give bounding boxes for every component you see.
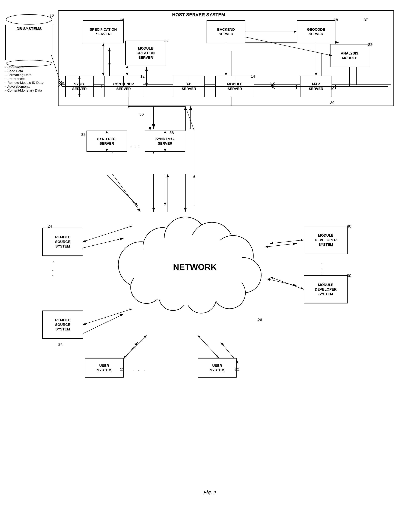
svg-line-96 bbox=[270, 240, 304, 243]
network-cloud: NETWORK bbox=[109, 194, 268, 318]
db-ref: 20 bbox=[49, 13, 54, 18]
db-item-1: - Containers bbox=[5, 65, 43, 69]
map-server-box: MAPSERVER bbox=[300, 76, 332, 97]
db-cylinder: DB SYSTEMS - Containers - Spec Data - Fo… bbox=[5, 14, 53, 67]
network-ref: 26 bbox=[258, 318, 262, 322]
svg-text:NETWORK: NETWORK bbox=[173, 262, 217, 272]
db-top-ellipse bbox=[5, 14, 53, 25]
svg-line-11 bbox=[270, 83, 275, 87]
module-server-box: MODULESERVER bbox=[215, 76, 254, 97]
figure-label: Fig. 1 bbox=[0, 489, 420, 495]
remote-source-2-ref: 24 bbox=[58, 342, 62, 347]
db-item-4: - Preferences bbox=[5, 77, 43, 81]
synd-rec-1-ref: 38 bbox=[81, 132, 85, 137]
module-dev-2-box: MODULEDEVELOPERSYSTEM bbox=[304, 275, 348, 303]
db-item-2: - Spec Data bbox=[5, 69, 43, 73]
dots-remote-1c: . bbox=[52, 272, 54, 277]
db-label: DB SYSTEMS bbox=[6, 25, 53, 31]
dots-remote-1: . bbox=[52, 261, 58, 264]
dots-module-dev: . bbox=[321, 259, 323, 265]
remote-source-1-box: REMOTESOURCESYSTEM bbox=[42, 228, 83, 256]
svg-line-99 bbox=[198, 335, 219, 358]
container-server-box: CONTAINERSERVER bbox=[104, 76, 143, 97]
host-server-title: HOST SERVER SYSTEM bbox=[124, 12, 274, 17]
db-item-3: - Formatting Data bbox=[5, 73, 43, 77]
module-dev-1-ref: 30 bbox=[347, 224, 351, 229]
synd-server-box: SYND.SERVER bbox=[65, 76, 94, 97]
svg-line-98 bbox=[124, 335, 147, 358]
network-cloud-svg: NETWORK bbox=[109, 194, 268, 318]
specification-server-box: SPECIFICATIONSERVER bbox=[83, 20, 124, 43]
dots-synd-rec: . . . bbox=[131, 143, 141, 148]
db-item-6: - Advertisements bbox=[5, 85, 43, 89]
backend-server-box: BACKENDSERVER bbox=[207, 20, 245, 43]
svg-line-37 bbox=[267, 279, 297, 286]
ad-server-box: ADSERVER bbox=[173, 76, 205, 97]
dots-module-dev2: . bbox=[321, 265, 323, 270]
geocode-server-box: GEOCODESERVER bbox=[297, 20, 335, 43]
synd-rec-2-ref: 38 bbox=[169, 131, 174, 135]
geocode-ref2: 37 bbox=[364, 18, 368, 22]
container-ref: 12 bbox=[140, 74, 145, 79]
diagram: HOST SERVER SYSTEM DB SYSTEMS - Containe… bbox=[0, 0, 420, 506]
dots-module-dev3: . bbox=[321, 270, 323, 275]
module-creation-ref: 32 bbox=[164, 39, 169, 43]
analysis-module-box: ANALYSISMODULE bbox=[330, 44, 369, 67]
synd-rec-server-1-box: SYND REC.SERVER bbox=[87, 131, 127, 152]
svg-line-80 bbox=[272, 84, 275, 89]
svg-line-36 bbox=[265, 243, 297, 247]
synd-ref: 34 bbox=[60, 81, 64, 86]
svg-line-10 bbox=[270, 83, 275, 87]
svg-point-45 bbox=[6, 14, 52, 24]
module-dev-1-box: MODULEDEVELOPERSYSTEM bbox=[304, 226, 348, 254]
remote-source-2-box: REMOTESOURCESYSTEM bbox=[42, 311, 83, 339]
ref-36: 36 bbox=[139, 112, 144, 117]
user-system-1-box: USERSYSTEM bbox=[85, 358, 124, 378]
module-creation-server-box: MODULECREATIONSERVER bbox=[125, 40, 166, 65]
svg-line-79 bbox=[272, 84, 275, 89]
map-ref2: 10 bbox=[330, 87, 334, 91]
dots-user: . . . bbox=[132, 366, 146, 372]
synd-rec-server-2-box: SYND REC.SERVER bbox=[145, 131, 185, 152]
geocode-ref: 18 bbox=[334, 18, 338, 22]
user-system-2-ref: 22 bbox=[235, 367, 239, 372]
analysis-ref: 28 bbox=[368, 42, 372, 47]
svg-line-93 bbox=[185, 107, 194, 131]
db-items-list: - Containers - Spec Data - Formatting Da… bbox=[5, 65, 43, 93]
map-ref: 39 bbox=[330, 100, 334, 105]
user-system-1-ref: 22 bbox=[120, 367, 124, 372]
spec-server-ref: 16 bbox=[120, 18, 124, 22]
user-system-2-box: USERSYSTEM bbox=[198, 358, 237, 378]
module-dev-2-ref: 30 bbox=[347, 273, 351, 278]
db-item-5: - Remote Module ID Data bbox=[5, 81, 43, 85]
module-server-ref: 14 bbox=[251, 74, 255, 79]
svg-line-97 bbox=[270, 277, 304, 289]
remote-source-1-ref: 24 bbox=[48, 224, 52, 229]
svg-marker-33 bbox=[128, 106, 130, 108]
dots-remote-1b: . bbox=[52, 266, 54, 272]
db-item-7: - Content/Monetary Data bbox=[5, 89, 43, 93]
